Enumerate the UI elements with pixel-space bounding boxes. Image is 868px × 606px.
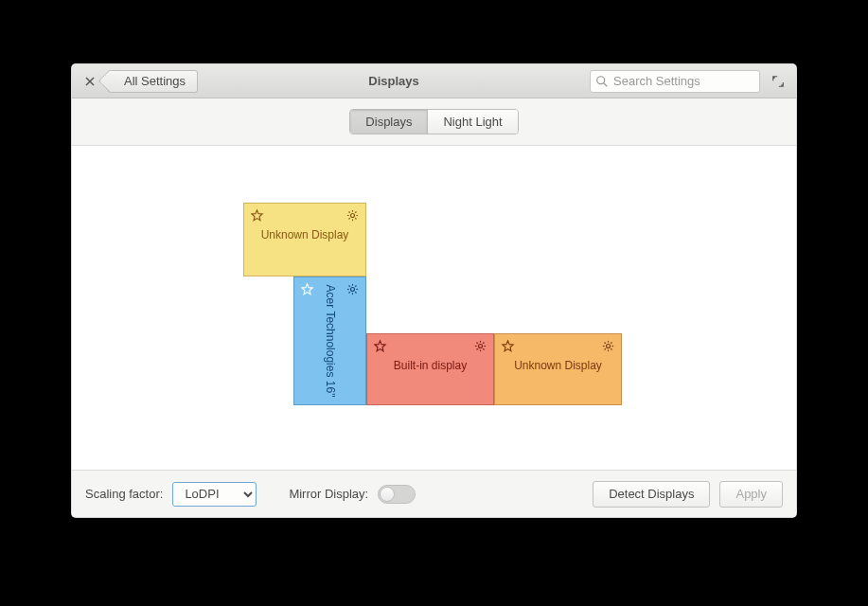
star-icon[interactable] (373, 339, 387, 353)
svg-line-26 (477, 343, 478, 344)
scaling-select[interactable]: LoDPI (172, 482, 257, 507)
detect-displays-button[interactable]: Detect Displays (593, 481, 710, 508)
tab-night-light[interactable]: Night Light (427, 110, 517, 134)
svg-line-10 (355, 212, 356, 213)
star-icon[interactable] (300, 282, 314, 296)
display-disp-orange[interactable]: Unknown Display (494, 333, 622, 405)
mirror-label: Mirror Display: (289, 487, 368, 501)
svg-line-22 (483, 348, 484, 349)
maximize-icon (771, 75, 785, 88)
svg-line-15 (349, 292, 350, 293)
titlebar: All Settings Displays (72, 64, 796, 98)
search-input[interactable] (590, 70, 760, 93)
svg-line-13 (355, 292, 356, 293)
svg-line-28 (483, 343, 484, 344)
display-label: Built-in display (367, 359, 493, 372)
gear-icon[interactable] (345, 282, 360, 296)
display-disp-blue[interactable]: Acer Technologies 16" (293, 276, 366, 405)
scaling-label: Scaling factor: (85, 487, 163, 501)
tab-segment: Displays Night Light (349, 109, 518, 134)
footer: Scaling factor: LoDPI Mirror Display: De… (72, 470, 796, 517)
tab-displays[interactable]: Displays (350, 110, 427, 134)
svg-line-4 (355, 218, 356, 219)
svg-point-11 (351, 288, 355, 292)
close-icon (85, 77, 95, 86)
svg-point-2 (351, 214, 355, 218)
svg-line-6 (349, 218, 350, 219)
maximize-button[interactable] (768, 71, 788, 92)
svg-line-1 (604, 82, 608, 86)
display-disp-red[interactable]: Built-in display (366, 333, 494, 405)
search-wrap (590, 70, 760, 93)
gear-icon[interactable] (601, 339, 615, 353)
svg-point-29 (607, 345, 611, 348)
star-icon[interactable] (501, 339, 515, 353)
svg-line-8 (349, 212, 350, 213)
page-title: Displays (205, 74, 582, 88)
svg-line-35 (605, 343, 606, 344)
mirror-toggle[interactable] (378, 485, 416, 504)
svg-point-20 (479, 345, 483, 348)
svg-line-17 (349, 286, 350, 287)
svg-line-19 (355, 286, 356, 287)
svg-line-31 (611, 348, 611, 349)
toggle-knob (380, 487, 395, 502)
display-label: Unknown Display (244, 228, 365, 241)
gear-icon[interactable] (345, 208, 360, 223)
close-button[interactable] (80, 71, 100, 92)
breadcrumb-all-settings[interactable]: All Settings (108, 70, 198, 93)
gear-icon[interactable] (473, 339, 487, 353)
apply-button[interactable]: Apply (719, 481, 783, 508)
settings-window: All Settings Displays Displays Night Lig… (71, 63, 797, 518)
svg-line-37 (611, 343, 611, 344)
search-icon (595, 75, 609, 88)
display-disp-yellow[interactable]: Unknown Display (243, 203, 366, 276)
svg-point-0 (597, 76, 605, 83)
display-canvas[interactable]: Unknown Display Acer Technologies 16" Bu… (72, 146, 796, 470)
breadcrumb-label: All Settings (124, 74, 186, 88)
display-label: Acer Technologies 16" (324, 285, 337, 398)
tab-bar: Displays Night Light (72, 98, 796, 146)
star-icon[interactable] (250, 208, 264, 223)
display-label: Unknown Display (495, 359, 621, 372)
svg-line-33 (605, 348, 606, 349)
svg-line-24 (477, 348, 478, 349)
